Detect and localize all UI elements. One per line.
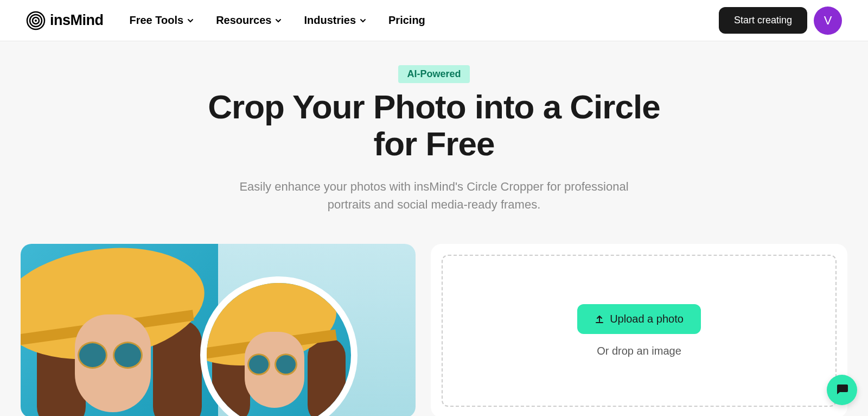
circle-cropped-photo [200,276,358,416]
page-subtitle: Easily enhance your photos with insMind'… [239,178,629,213]
logo-icon [26,11,46,30]
upload-icon [595,314,604,324]
dropzone[interactable]: Upload a photo Or drop an image [442,255,837,407]
header-right: Start creating V [719,7,842,35]
nav-label: Pricing [388,14,425,27]
nav-resources[interactable]: Resources [216,14,282,27]
header: insMind Free Tools Resources Industries … [0,0,868,41]
start-creating-button[interactable]: Start creating [719,7,807,34]
nav-industries[interactable]: Industries [304,14,367,27]
cropped-photo-area [218,244,416,416]
page-title: Crop Your Photo into a Circle for Free [190,89,678,162]
panels-row: Upload a photo Or drop an image [0,244,868,416]
nav-label: Industries [304,14,356,27]
hero-section: AI-Powered Crop Your Photo into a Circle… [0,65,868,213]
upload-button[interactable]: Upload a photo [577,304,701,334]
logo-text: insMind [50,12,104,29]
svg-point-3 [35,20,37,22]
demo-panel [21,244,416,416]
nav-pricing[interactable]: Pricing [388,14,425,27]
ai-powered-badge: AI-Powered [398,65,469,83]
main-nav: Free Tools Resources Industries Pricing [130,14,425,27]
logo[interactable]: insMind [26,11,104,30]
nav-label: Free Tools [130,14,184,27]
nav-free-tools[interactable]: Free Tools [130,14,195,27]
chevron-down-icon [359,17,367,24]
avatar[interactable]: V [814,7,842,35]
chat-widget-button[interactable] [827,375,857,405]
original-photo [21,244,218,416]
chevron-down-icon [187,17,194,24]
chevron-down-icon [275,17,282,24]
chat-icon [834,381,850,399]
drop-text: Or drop an image [597,345,681,357]
main-content: AI-Powered Crop Your Photo into a Circle… [0,41,868,416]
upload-panel: Upload a photo Or drop an image [431,244,847,416]
nav-label: Resources [216,14,271,27]
upload-button-label: Upload a photo [610,313,684,325]
